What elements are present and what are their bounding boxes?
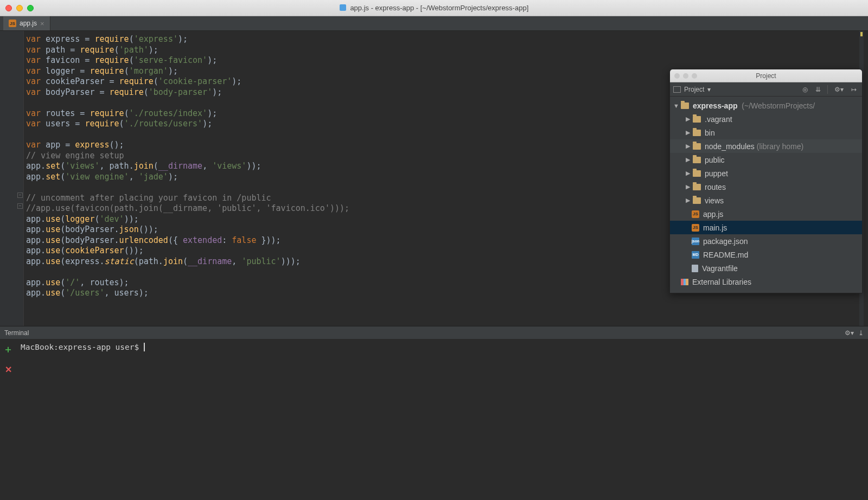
tree-item[interactable]: Vagrantfile xyxy=(670,261,862,275)
project-window-title: Project xyxy=(670,72,862,80)
project-tree[interactable]: ▼ express-app (~/WebstormProjects/ ▶.vag… xyxy=(670,97,862,293)
tree-item[interactable]: JSapp.js xyxy=(670,207,862,221)
chevron-down-icon: ▾ xyxy=(707,86,711,93)
md-file-icon: MD xyxy=(692,251,699,259)
terminal-content[interactable]: MacBook:express-app user$ xyxy=(16,339,868,500)
settings-gear-icon[interactable]: ⚙▾ xyxy=(832,86,846,93)
editor-gutter: − − xyxy=(0,31,24,326)
window-title-text: app.js - express-app - [~/WebstormProjec… xyxy=(350,4,528,12)
tree-root[interactable]: ▼ express-app (~/WebstormProjects/ xyxy=(670,99,862,112)
toolbar-separator xyxy=(827,85,828,94)
terminal-new-session-button[interactable]: ＋ xyxy=(3,343,13,356)
js-file-icon: JS xyxy=(692,224,699,232)
tree-item[interactable]: ▶.vagrant xyxy=(670,112,862,126)
tree-external-libs[interactable]: External Libraries xyxy=(670,275,862,289)
expand-arrow-icon[interactable]: ▶ xyxy=(685,143,691,150)
editor-tab-label: app.js xyxy=(20,20,37,27)
project-window-titlebar[interactable]: Project xyxy=(670,69,862,82)
project-view-label: Project xyxy=(684,86,704,93)
folder-icon xyxy=(693,130,701,136)
file-type-icon xyxy=(340,4,346,11)
window-zoom-button[interactable] xyxy=(27,5,34,11)
editor-area[interactable]: − − var express = require('express'); va… xyxy=(0,31,868,326)
terminal-gutter: ＋ ✕ xyxy=(0,339,16,500)
expand-arrow-icon[interactable]: ▼ xyxy=(673,102,679,109)
expand-arrow-icon[interactable]: ▶ xyxy=(685,183,691,190)
expand-arrow-icon[interactable]: ▶ xyxy=(685,129,691,136)
project-view-selector[interactable]: Project ▾ xyxy=(673,86,711,93)
terminal-settings-icon[interactable]: ⚙▾ xyxy=(845,329,854,337)
window-minimize-button[interactable] xyxy=(16,5,23,11)
tree-item[interactable]: ▶views xyxy=(670,194,862,207)
terminal-title: Terminal xyxy=(4,329,29,337)
tree-item[interactable]: JSmain.js xyxy=(670,221,862,234)
json-file-icon: json xyxy=(692,238,699,245)
panel-zoom-button[interactable] xyxy=(692,73,697,79)
js-file-icon: JS xyxy=(692,210,699,218)
project-tool-window[interactable]: Project Project ▾ ◎ ⇊ ⚙▾ ↦ ▼ express-app… xyxy=(669,69,863,293)
expand-arrow-icon[interactable]: ▶ xyxy=(685,170,691,177)
expand-arrow-icon[interactable]: ▶ xyxy=(685,197,691,204)
fold-marker-icon[interactable]: − xyxy=(17,193,23,198)
terminal-panel: Terminal ⚙▾ ⤓ ＋ ✕ MacBook:express-app us… xyxy=(0,326,868,500)
terminal-cursor xyxy=(144,343,145,351)
window-titlebar: app.js - express-app - [~/WebstormProjec… xyxy=(0,0,868,16)
tree-item[interactable]: ▶bin xyxy=(670,126,862,139)
terminal-close-session-button[interactable]: ✕ xyxy=(5,364,12,375)
window-controls xyxy=(5,5,34,11)
collapse-all-button[interactable]: ⇊ xyxy=(813,86,823,93)
editor-tab[interactable]: JS app.js × xyxy=(3,16,50,30)
tree-item[interactable]: MDREADME.md xyxy=(670,248,862,261)
fold-marker-icon[interactable]: − xyxy=(17,203,23,209)
project-view-icon xyxy=(673,86,681,93)
hide-panel-button[interactable]: ↦ xyxy=(849,86,859,93)
libraries-icon xyxy=(681,279,688,285)
js-file-icon: JS xyxy=(9,20,16,27)
terminal-prompt: MacBook:express-app user$ xyxy=(21,343,144,351)
locate-file-button[interactable]: ◎ xyxy=(800,86,810,93)
panel-minimize-button[interactable] xyxy=(683,73,688,79)
terminal-body: ＋ ✕ MacBook:express-app user$ xyxy=(0,339,868,500)
folder-icon xyxy=(693,143,701,150)
expand-arrow-icon[interactable]: ▶ xyxy=(685,116,691,123)
folder-icon xyxy=(681,102,689,109)
tree-item[interactable]: ▶node_modules (library home) xyxy=(670,139,862,153)
project-panel-toolbar: Project ▾ ◎ ⇊ ⚙▾ ↦ xyxy=(670,82,862,97)
tree-item[interactable]: ▶public xyxy=(670,153,862,166)
folder-icon xyxy=(693,157,701,163)
window-title: app.js - express-app - [~/WebstormProjec… xyxy=(0,4,868,12)
window-close-button[interactable] xyxy=(5,5,12,11)
tab-close-icon[interactable]: × xyxy=(40,20,44,28)
folder-icon xyxy=(693,116,701,123)
folder-icon xyxy=(693,170,701,177)
tree-item[interactable]: ▶puppet xyxy=(670,166,862,180)
panel-window-controls xyxy=(674,73,697,79)
folder-icon xyxy=(693,184,701,190)
tree-item[interactable]: ▶routes xyxy=(670,180,862,194)
terminal-header: Terminal ⚙▾ ⤓ xyxy=(0,326,868,339)
tree-item[interactable]: jsonpackage.json xyxy=(670,234,862,248)
expand-arrow-icon[interactable]: ▶ xyxy=(685,156,691,163)
panel-close-button[interactable] xyxy=(674,73,680,79)
terminal-hide-icon[interactable]: ⤓ xyxy=(858,329,864,337)
editor-tabstrip: JS app.js × xyxy=(0,16,868,31)
folder-icon xyxy=(693,197,701,204)
text-file-icon xyxy=(692,265,698,272)
